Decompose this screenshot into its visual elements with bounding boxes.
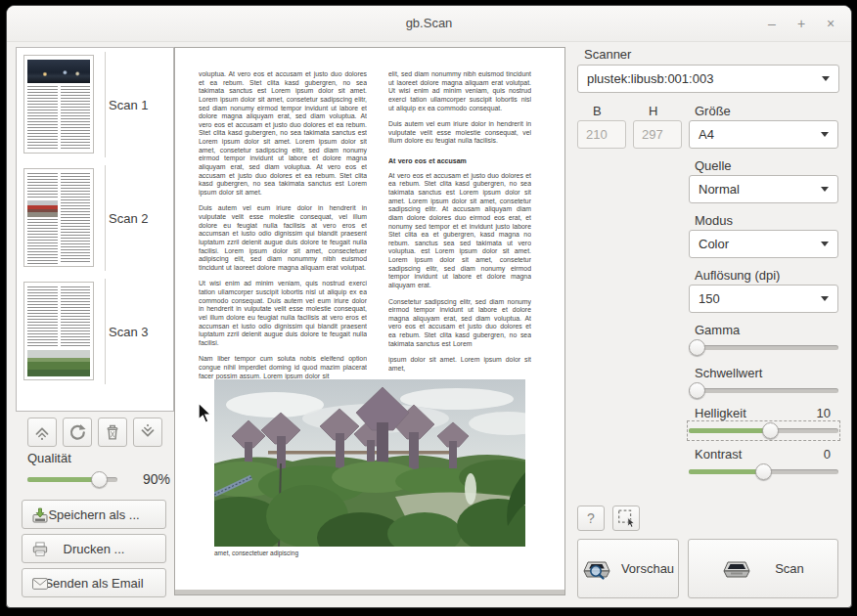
scan-list: Scan 1 Scan 2: [16, 47, 174, 412]
brightness-value: 10: [817, 406, 831, 420]
list-item-scan-2[interactable]: Scan 2: [17, 161, 173, 275]
arrow-up-icon: [31, 421, 53, 443]
gamma-slider[interactable]: [689, 339, 838, 356]
trash-icon: [102, 421, 123, 443]
size-dropdown[interactable]: A4: [689, 120, 838, 149]
quality-row: 90%: [27, 471, 170, 489]
document-column-2: elit, sed diam nonummy nibh euismod tinc…: [388, 70, 531, 379]
quality-slider-handle[interactable]: [91, 471, 108, 488]
send-email-button[interactable]: Senden als Email: [22, 568, 166, 597]
document-preview[interactable]: voluptua. At vero eos et accusam et just…: [174, 47, 565, 595]
delete-button[interactable]: [98, 418, 127, 447]
save-icon: [30, 506, 50, 525]
move-down-button[interactable]: [133, 418, 162, 447]
gamma-slider-handle[interactable]: [689, 339, 705, 356]
list-item-scan-1[interactable]: Scan 1: [17, 48, 173, 161]
move-up-button[interactable]: [27, 418, 57, 447]
arrow-down-icon: [137, 421, 158, 443]
rotate-button[interactable]: [63, 418, 92, 447]
brightness-label: Helligkeit: [695, 406, 746, 420]
scan-1-thumbnail: [23, 55, 94, 154]
chevron-down-icon: [822, 76, 830, 81]
contrast-label: Kontrast: [695, 447, 742, 462]
email-icon: [30, 574, 50, 594]
titlebar: gb.Scan – + ×: [7, 6, 851, 42]
source-dropdown[interactable]: Normal: [689, 175, 838, 203]
quality-value: 90%: [143, 471, 170, 487]
mouse-cursor: [197, 402, 213, 425]
selection-icon: [615, 507, 637, 529]
width-label: B: [593, 104, 602, 118]
select-area-button[interactable]: [612, 506, 640, 531]
list-item-scan-3[interactable]: Scan 3: [17, 275, 173, 388]
preview-bottom-margin: [175, 590, 564, 594]
scan-3-label: Scan 3: [109, 275, 148, 388]
maximize-button[interactable]: +: [792, 15, 810, 32]
contrast-value: 0: [824, 447, 831, 462]
gamma-label: Gamma: [695, 323, 740, 337]
document-heading: At vero eos et accusam: [388, 157, 531, 166]
size-label: Größe: [695, 104, 731, 118]
height-label: H: [649, 104, 657, 118]
scanner-icon: [722, 556, 751, 582]
chevron-down-icon: [821, 242, 829, 246]
save-as-button[interactable]: Speichern als ...: [22, 500, 166, 529]
scan-1-label: Scan 1: [109, 48, 148, 161]
window-title: gb.Scan: [7, 16, 851, 30]
scan-3-thumbnail: [23, 282, 94, 380]
left-panel: Scan 1 Scan 2: [16, 47, 174, 602]
help-button[interactable]: ?: [577, 506, 605, 531]
minimize-button[interactable]: –: [763, 15, 781, 32]
settings-panel: Scanner plustek:libusb:001:003 B H Größe…: [577, 45, 839, 602]
chevron-down-icon: [821, 296, 829, 301]
source-label: Quelle: [695, 158, 732, 173]
scan-2-label: Scan 2: [109, 161, 148, 275]
print-button[interactable]: Drucken ...: [22, 534, 166, 563]
height-field[interactable]: [633, 120, 682, 149]
width-field[interactable]: [577, 120, 626, 149]
quality-slider[interactable]: [27, 471, 117, 488]
scanner-preview-icon: [582, 556, 611, 582]
mode-dropdown[interactable]: Color: [689, 230, 838, 258]
window-controls: – + ×: [763, 15, 839, 32]
chevron-down-icon: [821, 187, 829, 192]
app-window: gb.Scan – + × Scan 1: [6, 5, 852, 608]
document-photo: [214, 379, 525, 547]
threshold-slider-handle[interactable]: [689, 382, 705, 399]
mode-label: Modus: [695, 213, 733, 228]
contrast-slider[interactable]: [689, 463, 838, 480]
brightness-slider[interactable]: [689, 422, 838, 439]
close-button[interactable]: ×: [822, 15, 839, 32]
scan-2-thumbnail: [23, 168, 94, 267]
resolution-dropdown[interactable]: 150: [689, 285, 838, 313]
threshold-slider[interactable]: [689, 382, 838, 399]
contrast-slider-handle[interactable]: [755, 463, 772, 480]
preview-button[interactable]: Vorschau: [577, 539, 679, 598]
rotate-icon: [67, 421, 88, 443]
quality-label: Qualität: [27, 451, 71, 465]
scan-button[interactable]: Scan: [688, 539, 838, 598]
document-column-1: voluptua. At vero eos et accusam et just…: [199, 70, 367, 379]
scan-2-photo: [27, 200, 58, 217]
threshold-label: Schwellwert: [695, 366, 762, 380]
chevron-down-icon: [821, 132, 829, 137]
list-toolbar: [27, 418, 162, 447]
printer-icon: [30, 540, 50, 559]
scanner-device-dropdown[interactable]: plustek:libusb:001:003: [577, 65, 839, 93]
photo-caption: amet, consectetuer adipiscing: [214, 550, 298, 556]
scan-1-photo: [27, 60, 90, 83]
scan-3-photo: [27, 350, 90, 376]
scanner-label: Scanner: [584, 47, 631, 62]
resolution-label: Auflösung (dpi): [695, 268, 780, 283]
brightness-slider-handle[interactable]: [762, 422, 779, 439]
